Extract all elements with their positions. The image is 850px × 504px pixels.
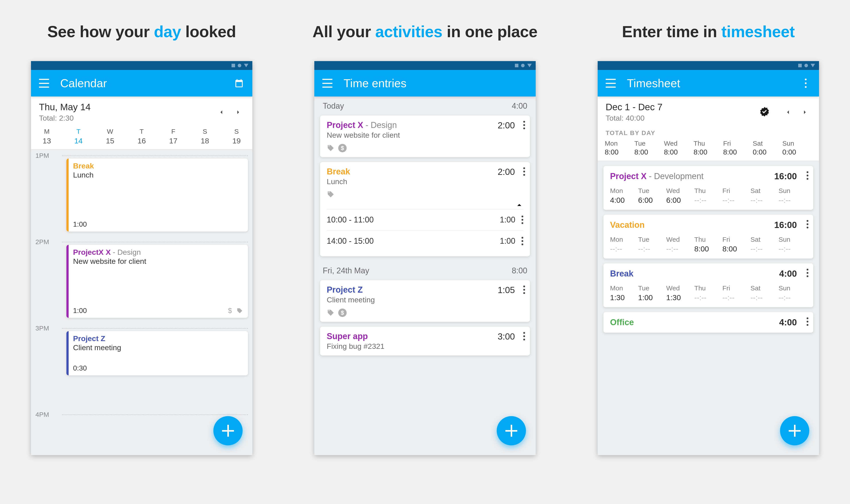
- more-icon[interactable]: [807, 220, 808, 229]
- timesheet-card[interactable]: Project X - Development 16:00Mon4:00Tue6…: [603, 166, 813, 210]
- ts-cell[interactable]: Sat--:--: [750, 284, 778, 302]
- ts-cell[interactable]: Fri8:00: [722, 236, 750, 253]
- prev-button[interactable]: [782, 106, 794, 119]
- more-icon[interactable]: [523, 332, 525, 340]
- dollar-icon: $: [338, 309, 347, 317]
- headline-calendar: See how your day looked: [47, 22, 236, 41]
- calendar-event[interactable]: Project Z Client meeting 0:30: [67, 331, 248, 375]
- add-button[interactable]: [213, 416, 242, 445]
- more-icon[interactable]: [523, 121, 525, 129]
- hour-line: [62, 156, 248, 156]
- ts-cell[interactable]: Tue1:00: [638, 284, 666, 302]
- entry-card[interactable]: Super app Fixing bug #2321 3:00: [320, 327, 530, 356]
- entry-card[interactable]: Project Z Client meeting 1:05 $: [320, 280, 530, 322]
- ts-cell[interactable]: Tue--:--: [638, 236, 666, 253]
- headline-text: looked: [181, 23, 236, 40]
- entries-list[interactable]: Today4:00 Project X - Design New website…: [314, 96, 536, 360]
- total-label: Total: 2:30: [39, 114, 211, 122]
- ts-cell[interactable]: Mon1:30: [610, 284, 638, 302]
- headline-text: All your: [312, 23, 375, 40]
- section-total: 8:00: [512, 266, 527, 275]
- ts-cell[interactable]: Fri--:--: [722, 284, 750, 302]
- menu-icon[interactable]: [605, 79, 616, 88]
- menu-icon[interactable]: [39, 79, 49, 88]
- ts-cell[interactable]: Sun--:--: [778, 187, 807, 204]
- week-day-cell[interactable]: T16: [126, 128, 158, 145]
- ts-cell[interactable]: Wed--:--: [666, 236, 694, 253]
- hour-line: [62, 242, 248, 242]
- ts-card-total: 4:00: [779, 318, 797, 327]
- event-subtitle: Client meeting: [73, 343, 243, 352]
- calendar-event[interactable]: ProjectX X - Design New website for clie…: [67, 245, 248, 318]
- week-day-cell[interactable]: W15: [94, 128, 126, 145]
- sub-entry[interactable]: 10:00 - 11:001:00: [327, 209, 523, 230]
- menu-icon[interactable]: [322, 79, 332, 88]
- week-day-cell[interactable]: M13: [31, 128, 62, 145]
- more-icon[interactable]: [523, 286, 525, 294]
- more-icon[interactable]: [522, 237, 523, 245]
- timesheet-card[interactable]: Break 4:00Mon1:30Tue1:00Wed1:30Thu--:--F…: [603, 264, 813, 307]
- ts-cell[interactable]: Mon--:--: [610, 236, 638, 253]
- ts-cell[interactable]: Sun--:--: [778, 236, 807, 253]
- ts-cell[interactable]: Wed6:00: [666, 187, 694, 204]
- week-day-cell[interactable]: F17: [157, 128, 189, 145]
- day-abbrev: Sun: [782, 140, 812, 147]
- ts-cell[interactable]: Tue6:00: [638, 187, 666, 204]
- more-icon[interactable]: [807, 269, 808, 277]
- calendar-icon[interactable]: [234, 78, 245, 89]
- timesheet-cards[interactable]: Project X - Development 16:00Mon4:00Tue6…: [598, 166, 819, 333]
- cell-value: 1:30: [610, 293, 638, 302]
- timeline[interactable]: 1PM2PM3PM4PM Break Lunch 1:00 ProjectX X…: [31, 150, 252, 455]
- day-total-cell: Thu8:00: [693, 140, 723, 156]
- ts-cell[interactable]: Sat--:--: [750, 236, 778, 253]
- chevron-up-icon[interactable]: [515, 201, 523, 209]
- ts-cell[interactable]: Fri--:--: [722, 187, 750, 204]
- prev-button[interactable]: [215, 106, 228, 119]
- ts-cell[interactable]: Sun--:--: [778, 284, 807, 302]
- headline-accent: activities: [375, 23, 442, 40]
- current-date: Thu, May 14: [39, 102, 211, 112]
- next-button[interactable]: [232, 106, 245, 119]
- ts-cell[interactable]: Thu--:--: [694, 284, 723, 302]
- event-duration: 1:00: [73, 307, 87, 315]
- next-button[interactable]: [799, 106, 811, 119]
- ts-cell[interactable]: Sat--:--: [750, 187, 778, 204]
- day-number: 16: [126, 137, 158, 145]
- week-day-cell[interactable]: T14: [62, 128, 94, 145]
- timesheet-card[interactable]: Office 4:00: [603, 312, 813, 333]
- sub-entry[interactable]: 14:00 - 15:001:00: [327, 230, 523, 251]
- section-header: Fri, 24th May8:00: [314, 261, 536, 280]
- cell-value: --:--: [722, 196, 750, 204]
- more-icon[interactable]: [522, 216, 523, 224]
- day-number: 14: [62, 137, 94, 145]
- entry-card[interactable]: Break Lunch 2:00 10:00 - 11:001:0014:00 …: [320, 162, 530, 256]
- day-total: 8:00: [664, 148, 693, 156]
- add-button[interactable]: [497, 416, 526, 445]
- week-day-cell[interactable]: S18: [189, 128, 221, 145]
- day-abbrev: Tue: [634, 140, 664, 147]
- cell-value: 8:00: [694, 245, 723, 253]
- hour-label: 2PM: [35, 238, 57, 246]
- entry-card[interactable]: Project X - Design New website for clien…: [320, 115, 530, 157]
- cell-day: Wed: [666, 284, 694, 292]
- ts-cell[interactable]: Mon4:00: [610, 187, 638, 204]
- ts-cell[interactable]: Thu--:--: [694, 187, 723, 204]
- more-icon[interactable]: [523, 167, 525, 176]
- event-duration: 1:00: [73, 220, 87, 229]
- more-icon[interactable]: [800, 78, 811, 89]
- add-button[interactable]: [780, 416, 809, 445]
- ts-cell[interactable]: Wed1:30: [666, 284, 694, 302]
- timesheet-card[interactable]: Vacation 16:00Mon--:--Tue--:--Wed--:--Th…: [603, 215, 813, 258]
- week-day-cell[interactable]: S19: [221, 128, 252, 145]
- ts-cell[interactable]: Thu8:00: [694, 236, 723, 253]
- phone-calendar: Calendar Thu, May 14 Total: 2:30 M13T14W…: [31, 61, 252, 455]
- status-icon: [811, 64, 815, 67]
- more-icon[interactable]: [807, 171, 808, 180]
- more-icon[interactable]: [807, 318, 808, 326]
- event-subtitle: New website for client: [73, 257, 243, 266]
- tag-icon: [236, 307, 243, 314]
- day-total-cell: Wed8:00: [664, 140, 693, 156]
- headline-text: See how your: [47, 23, 154, 40]
- cell-value: --:--: [694, 196, 723, 204]
- calendar-event[interactable]: Break Lunch 1:00: [67, 159, 248, 232]
